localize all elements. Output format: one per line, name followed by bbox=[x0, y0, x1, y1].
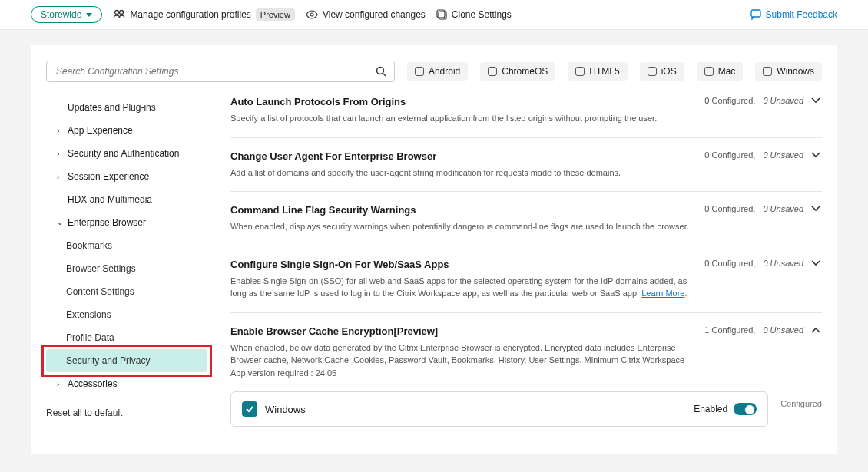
checkbox-icon bbox=[575, 67, 585, 76]
scope-text: Storewide bbox=[41, 9, 81, 20]
search-input[interactable] bbox=[55, 65, 376, 78]
config-panel: Windows Enabled Configured bbox=[230, 391, 822, 427]
setting-desc: Enables Single Sign-on (SSO) for all web… bbox=[230, 275, 689, 300]
clone-settings[interactable]: Clone Settings bbox=[436, 9, 512, 20]
sidebar-app-experience[interactable]: ›App Experience bbox=[46, 119, 207, 142]
view-changes-label: View configured changes bbox=[323, 9, 426, 20]
unsaved-count: 0 Unsaved bbox=[763, 150, 803, 160]
setting-title: Change User Agent For Enterprise Browser bbox=[230, 150, 689, 162]
svg-point-6 bbox=[376, 68, 383, 74]
eye-icon bbox=[306, 10, 318, 19]
sidebar-browser-settings[interactable]: Browser Settings bbox=[46, 257, 207, 280]
feedback-label: Submit Feedback bbox=[766, 9, 837, 20]
svg-point-0 bbox=[115, 11, 119, 15]
svg-rect-5 bbox=[751, 10, 760, 17]
sidebar-content-settings[interactable]: Content Settings bbox=[46, 280, 207, 303]
checkbox-icon bbox=[763, 67, 772, 76]
chevron-right-icon: › bbox=[57, 150, 63, 158]
submit-feedback[interactable]: Submit Feedback bbox=[750, 9, 837, 20]
expand-toggle[interactable] bbox=[811, 206, 822, 212]
configured-status: Configured bbox=[780, 391, 822, 408]
manage-profiles[interactable]: Manage configuration profiles Preview bbox=[113, 8, 295, 21]
unsaved-count: 0 Unsaved bbox=[763, 259, 803, 268]
platform-label: Windows bbox=[265, 404, 306, 415]
sidebar-session-experience[interactable]: ›Session Experience bbox=[46, 165, 207, 188]
sidebar-enterprise-browser[interactable]: ⌄Enterprise Browser bbox=[46, 211, 207, 234]
unsaved-count: 0 Unsaved bbox=[763, 325, 803, 335]
checkbox-checked-icon[interactable] bbox=[242, 401, 257, 417]
settings-panel: Auto Launch Protocols From Origins Speci… bbox=[230, 96, 822, 439]
checkbox-icon bbox=[415, 67, 424, 76]
users-icon bbox=[113, 9, 125, 20]
clone-label: Clone Settings bbox=[452, 9, 512, 20]
setting-user-agent: Change User Agent For Enterprise Browser… bbox=[230, 137, 822, 192]
sidebar-hdx-multimedia[interactable]: HDX and Multimedia bbox=[46, 188, 207, 211]
setting-cmdline-warnings: Command Line Flag Security Warnings When… bbox=[230, 191, 822, 246]
search-icon bbox=[376, 66, 386, 77]
enabled-toggle[interactable] bbox=[734, 403, 757, 415]
setting-title: Enable Browser Cache Encryption[Preview] bbox=[230, 325, 689, 337]
collapse-toggle[interactable] bbox=[811, 327, 822, 333]
os-filter-mac[interactable]: Mac bbox=[697, 62, 744, 81]
preview-badge: Preview bbox=[256, 8, 295, 21]
unsaved-count: 0 Unsaved bbox=[763, 96, 803, 105]
os-filter-html5[interactable]: HTML5 bbox=[568, 62, 627, 81]
os-filter-android[interactable]: Android bbox=[407, 62, 468, 81]
configured-count: 0 Configured, bbox=[704, 96, 755, 105]
configured-count: 0 Configured, bbox=[704, 150, 755, 160]
settings-sidebar: Updates and Plug-ins ›App Experience ›Se… bbox=[46, 96, 207, 439]
chevron-right-icon: › bbox=[57, 380, 63, 388]
sidebar-updates[interactable]: Updates and Plug-ins bbox=[46, 96, 207, 119]
unsaved-count: 0 Unsaved bbox=[763, 204, 803, 213]
manage-label: Manage configuration profiles bbox=[130, 9, 250, 20]
setting-desc: When enabled, below data generated by th… bbox=[230, 342, 689, 380]
configured-count: 0 Configured, bbox=[704, 204, 755, 213]
expand-toggle[interactable] bbox=[811, 97, 822, 104]
checkbox-icon bbox=[488, 67, 497, 76]
search-box[interactable] bbox=[46, 61, 395, 82]
scope-selector[interactable]: Storewide bbox=[31, 6, 102, 23]
configured-count: 1 Configured, bbox=[704, 325, 755, 335]
view-changes[interactable]: View configured changes bbox=[306, 9, 426, 20]
setting-desc: Add a list of domains and specify the us… bbox=[230, 167, 689, 180]
main-frame: Android ChromeOS HTML5 iOS Mac Windows U… bbox=[31, 45, 837, 454]
sidebar-extensions[interactable]: Extensions bbox=[46, 303, 207, 326]
learn-more-link[interactable]: Learn More bbox=[641, 289, 684, 298]
os-filter-windows[interactable]: Windows bbox=[755, 62, 822, 81]
annotation-highlight-box bbox=[41, 345, 212, 377]
filters-row: Android ChromeOS HTML5 iOS Mac Windows bbox=[46, 61, 822, 82]
expand-toggle[interactable] bbox=[811, 152, 822, 158]
setting-title: Auto Launch Protocols From Origins bbox=[230, 96, 689, 107]
chevron-right-icon: › bbox=[57, 173, 63, 181]
os-filter-chromeos[interactable]: ChromeOS bbox=[480, 62, 555, 81]
expand-toggle[interactable] bbox=[811, 260, 822, 266]
chat-icon bbox=[750, 9, 761, 20]
setting-auto-launch: Auto Launch Protocols From Origins Speci… bbox=[230, 96, 822, 137]
enabled-label: Enabled bbox=[694, 404, 727, 414]
setting-desc: Specify a list of protocols that can lau… bbox=[230, 112, 689, 125]
chevron-down-icon: ⌄ bbox=[57, 218, 63, 226]
chevron-down-icon bbox=[86, 13, 92, 17]
config-card-windows: Windows Enabled bbox=[230, 391, 768, 427]
os-filter-ios[interactable]: iOS bbox=[640, 62, 684, 81]
setting-title: Command Line Flag Security Warnings bbox=[230, 204, 689, 216]
setting-desc: When enabled, displays security warnings… bbox=[230, 220, 689, 233]
reset-all[interactable]: Reset all to default bbox=[46, 408, 207, 418]
setting-cache-encryption: Enable Browser Cache Encryption[Preview]… bbox=[230, 312, 822, 440]
checkbox-icon bbox=[704, 67, 714, 76]
configured-count: 0 Configured, bbox=[704, 259, 755, 268]
checkbox-icon bbox=[648, 67, 657, 76]
chevron-right-icon: › bbox=[57, 127, 63, 135]
setting-sso: Configure Single Sign-On For Web/SaaS Ap… bbox=[230, 246, 822, 312]
svg-point-2 bbox=[310, 13, 313, 16]
clone-icon bbox=[436, 9, 447, 20]
topbar: Storewide Manage configuration profiles … bbox=[0, 0, 868, 30]
sidebar-bookmarks[interactable]: Bookmarks bbox=[46, 234, 207, 257]
svg-point-1 bbox=[120, 11, 124, 15]
sidebar-security-auth[interactable]: ›Security and Authentication bbox=[46, 142, 207, 165]
setting-title: Configure Single Sign-On For Web/SaaS Ap… bbox=[230, 259, 689, 270]
